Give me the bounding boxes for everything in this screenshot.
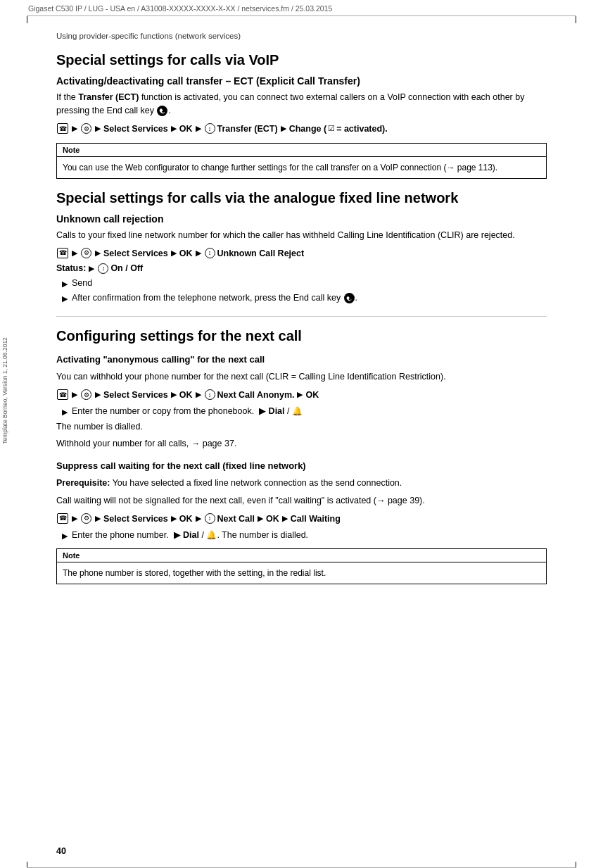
nav-arrow-8: ▶: [171, 247, 177, 260]
menu-circle-icon-1: ⚙: [81, 123, 91, 134]
send-label: Send: [72, 277, 92, 290]
prerequisite-text: Prerequisite: You have selected a fixed …: [56, 477, 547, 490]
enter-number-text: Enter the number or copy from the phoneb…: [72, 405, 303, 418]
suppress-instruction: ☎ ▶ ⚙ ▶ Select Services ▶ OK ▶ ↕ Next Ca…: [56, 512, 547, 526]
on-off-label: On / Off: [110, 263, 143, 273]
nav-arrow-13: ▶: [171, 389, 177, 401]
enter-phone-text: Enter the phone number. ▶ Dial / 🔔. The …: [72, 529, 308, 542]
unknown-call-reject: Unknown Call Reject: [217, 246, 305, 260]
confirmation-text: After confirmation from the telephone ne…: [72, 291, 357, 305]
bottom-marks: [0, 862, 603, 867]
phone-base-icon-2: ☎: [57, 248, 68, 258]
bottom-mark-right: [576, 862, 576, 867]
suppress-title: Suppress call waiting for the next call …: [56, 460, 547, 471]
nav-arrow-10: ▶: [89, 264, 94, 273]
nav-arrow-16: ▶: [72, 512, 77, 525]
nav-arrow-1: ▶: [72, 122, 77, 135]
suppress-body: Call waiting will not be signalled for t…: [56, 494, 547, 508]
next-call-anonym: Next Call Anonym.: [217, 388, 295, 402]
ect-title: Activating/deactivating call transfer – …: [56, 75, 547, 87]
nav-arrow-19: ▶: [196, 512, 201, 525]
section-label: Using provider-specific functions (netwo…: [56, 30, 547, 42]
nav-arrow-5: ▶: [281, 122, 286, 135]
transfer-ect: Transfer (ECT): [217, 122, 278, 136]
ok-2: OK: [179, 246, 193, 260]
phone-base-icon-3: ☎: [57, 389, 68, 400]
anonymous-calling-subsection: Activating "anonymous calling" for the n…: [56, 354, 547, 451]
nav-arrow-14: ▶: [196, 389, 201, 401]
bullet-arrow-3: ▶: [62, 406, 68, 418]
scroll-icon-3: ↕: [98, 263, 108, 274]
voip-title: Special settings for calls via VoIP: [56, 52, 547, 68]
menu-circle-icon-3: ⚙: [81, 389, 91, 400]
side-label-wrapper: Template Borneo, Version 1, 21.06.2012: [1, 337, 8, 444]
nav-arrow-20: ▶: [258, 512, 263, 525]
select-services-1: Select Services: [103, 122, 168, 136]
ok-4: OK: [305, 388, 319, 402]
select-services-2: Select Services: [103, 246, 168, 260]
bullet-arrow-2: ▶: [62, 293, 68, 305]
voip-note-header: Note: [57, 144, 546, 157]
end-call-icon-2: [344, 293, 355, 303]
next-call-label: Next Call: [217, 512, 255, 526]
scroll-icon-1: ↕: [205, 123, 215, 134]
nav-arrow-9: ▶: [196, 247, 201, 260]
bullet-enter-phone: ▶ Enter the phone number. ▶ Dial / 🔔. Th…: [56, 529, 547, 542]
nav-arrow-17: ▶: [95, 512, 101, 525]
section-divider-1: [56, 316, 547, 317]
bullet-send: ▶ Send: [56, 277, 547, 290]
voip-section: Special settings for calls via VoIP Acti…: [56, 52, 547, 179]
activated-label: = activated).: [336, 122, 388, 136]
bullet-confirmation: ▶ After confirmation from the telephone …: [56, 291, 547, 305]
analogue-section: Special settings for calls via the analo…: [56, 190, 547, 305]
select-services-4: Select Services: [103, 512, 168, 526]
scroll-icon-4: ↕: [205, 389, 215, 400]
phone-base-icon-1: ☎: [57, 123, 68, 134]
nav-arrow-18: ▶: [171, 512, 177, 525]
nav-arrow-4: ▶: [196, 122, 201, 135]
suppress-call-waiting-subsection: Suppress call waiting for the next call …: [56, 460, 547, 584]
nav-arrow-7: ▶: [95, 247, 101, 260]
unknown-call-body: Calls to your fixed line network number …: [56, 229, 547, 242]
ok-1: OK: [179, 122, 193, 136]
anonymous-calling-title: Activating "anonymous calling" for the n…: [56, 354, 547, 365]
nav-arrow-15: ▶: [297, 389, 303, 401]
bottom-mark-left: [27, 862, 27, 867]
ok-3: OK: [179, 388, 193, 402]
dial-icon-1: 🔔: [292, 406, 303, 416]
scroll-icon-2: ↕: [205, 248, 215, 258]
nav-arrow-12: ▶: [95, 389, 101, 401]
page-number: 40: [56, 846, 66, 856]
nav-arrow-11: ▶: [72, 389, 77, 401]
next-call-title: Configuring settings for the next call: [56, 328, 547, 344]
bullet-arrow-1: ▶: [62, 278, 68, 290]
side-label: Template Borneo, Version 1, 21.06.2012: [1, 337, 8, 444]
change-label: Change (: [289, 122, 326, 136]
unknown-call-instruction: ☎ ▶ ⚙ ▶ Select Services ▶ OK ▶ ↕ Unknown…: [56, 246, 547, 260]
nav-arrow-21: ▶: [282, 512, 288, 525]
ect-body: If the Transfer (ECT) function is activa…: [56, 91, 547, 118]
unknown-call-title: Unknown call rejection: [56, 213, 547, 225]
suppress-note-header: Note: [57, 549, 546, 562]
page-footer: 40: [0, 839, 603, 862]
page-wrapper: Template Borneo, Version 1, 21.06.2012 G…: [0, 0, 603, 868]
status-label: Status:: [56, 263, 86, 273]
ok-6: OK: [266, 512, 279, 526]
number-dialled-text: The number is dialled.: [56, 420, 547, 434]
analogue-title: Special settings for calls via the analo…: [56, 190, 547, 206]
anonymous-calling-body: You can withhold your phone number for t…: [56, 370, 547, 384]
bullet-enter-number: ▶ Enter the number or copy from the phon…: [56, 405, 547, 418]
suppress-note-content: The phone number is stored, together wit…: [57, 562, 546, 584]
suppress-note-box: Note The phone number is stored, togethe…: [56, 548, 547, 584]
bullet-arrow-4: ▶: [62, 530, 68, 542]
corner-mark-right: [576, 16, 576, 23]
header-text: Gigaset C530 IP / LUG - USA en / A31008-…: [28, 4, 332, 13]
voip-note-content: You can use the Web configurator to chan…: [57, 157, 546, 178]
ect-instruction: ☎ ▶ ⚙ ▶ Select Services ▶ OK ▶ ↕ Transfe…: [56, 122, 547, 136]
end-call-icon-1: [157, 106, 167, 116]
checkmark-icon: ☑: [328, 122, 335, 135]
phone-base-icon-4: ☎: [57, 513, 68, 524]
anonymous-calling-instruction: ☎ ▶ ⚙ ▶ Select Services ▶ OK ▶ ↕ Next Ca…: [56, 388, 547, 402]
corner-marks: [0, 16, 603, 23]
voip-note-box: Note You can use the Web configurator to…: [56, 143, 547, 179]
